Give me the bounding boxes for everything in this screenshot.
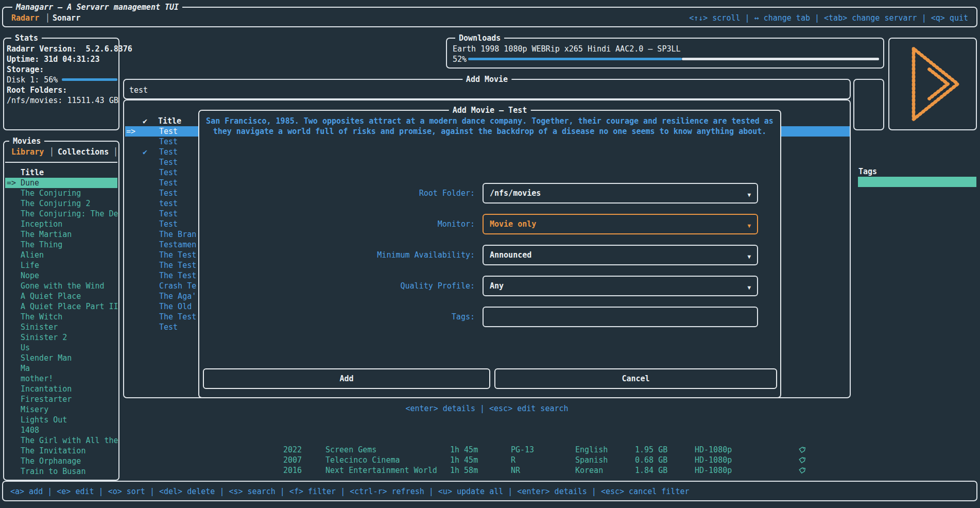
library-item-label: Life xyxy=(21,260,39,270)
result-title: Test xyxy=(159,137,178,147)
selected-arrow: => xyxy=(7,178,16,188)
cancel-button[interactable]: Cancel xyxy=(494,368,777,389)
tab-collections[interactable]: Collections xyxy=(58,147,109,157)
library-item-label: The Invitation xyxy=(21,446,85,456)
library-item[interactable]: Alien xyxy=(5,250,117,260)
library-item[interactable]: The Martian xyxy=(5,229,117,240)
library-item[interactable]: Gone with the Wind xyxy=(5,281,117,291)
library-item-label: Misery xyxy=(21,404,48,415)
stats-rootfolder: /nfs/movies: 11511.43 GB xyxy=(7,95,118,106)
library-item-label: Nope xyxy=(21,270,39,281)
library-item[interactable]: Train to Busan xyxy=(5,466,117,477)
library-item-label: Gone with the Wind xyxy=(21,281,105,291)
tab-radarr[interactable]: Radarr xyxy=(11,13,39,23)
library-item-label: Dune xyxy=(21,178,39,188)
stats-uptime: Uptime: 31d 04:31:23 xyxy=(7,54,100,64)
chevron-down-icon: ▼ xyxy=(747,283,751,293)
result-title: Test xyxy=(159,126,178,137)
header-keybinds: <↑↓> scroll | ↔ change tab | <tab> chang… xyxy=(689,13,968,23)
table-cell-quality: HD-1080p xyxy=(695,465,732,476)
library-item-label: Us xyxy=(21,343,30,353)
library-item[interactable]: The Thing xyxy=(5,240,117,250)
download-progress-track xyxy=(682,58,879,60)
library-item[interactable]: Nope xyxy=(5,270,117,281)
result-title: The Test xyxy=(159,260,196,270)
search-input[interactable]: test xyxy=(129,85,148,95)
library-item[interactable]: Sinister 2 xyxy=(5,332,117,343)
library-item[interactable]: Slender Man xyxy=(5,353,117,363)
table-cell-language: Korean xyxy=(575,465,603,476)
field-label: Quality Profile: xyxy=(199,281,475,291)
disk-usage-bar xyxy=(62,78,117,81)
cancel-button-label: Cancel xyxy=(622,374,649,384)
results-help: <enter> details | <esc> edit search xyxy=(123,403,851,414)
library-item-label: The Thing xyxy=(21,240,62,250)
stats-title: Stats xyxy=(11,33,42,43)
library-item[interactable]: The Witch xyxy=(5,312,117,322)
popup-description-line2: they navigate a world full of risks and … xyxy=(199,126,780,137)
add-button[interactable]: Add xyxy=(203,368,490,389)
library-item-label: 1408 xyxy=(21,425,39,435)
library-item[interactable]: A Quiet Place xyxy=(5,291,117,301)
library-item-label: mother! xyxy=(21,374,53,384)
library-item-label: Lights Out xyxy=(21,415,67,425)
tag-icon xyxy=(798,467,806,475)
table-cell-quality: HD-1080p xyxy=(695,455,732,465)
tags-panel-title: Tags xyxy=(858,166,877,177)
library-item[interactable]: The Conjuring: The De xyxy=(5,209,117,219)
library-item[interactable]: Ma xyxy=(5,363,117,374)
result-title: Testamen xyxy=(159,240,196,250)
library-item-label: The Conjuring: The De xyxy=(21,209,118,219)
table-cell-rating: PG-13 xyxy=(511,445,534,455)
table-cell-runtime: 1h 58m xyxy=(450,465,478,476)
tags-selected-row[interactable] xyxy=(858,177,976,187)
result-title: Test xyxy=(159,209,178,219)
tab-sonarr[interactable]: Sonarr xyxy=(53,13,80,23)
library-item[interactable]: The Conjuring xyxy=(5,188,117,198)
field-label: Minimum Availability: xyxy=(199,250,475,260)
result-title: The Aga' xyxy=(159,291,196,301)
library-item[interactable]: The Invitation xyxy=(5,446,117,456)
table-cell-size: 1.95 GB xyxy=(635,445,667,455)
library-item-label: The Orphanage xyxy=(21,456,81,466)
popup-description-line1: San Francisco, 1985. Two opposites attra… xyxy=(199,116,780,126)
library-item[interactable]: Us xyxy=(5,343,117,353)
selected-arrow: => xyxy=(126,126,135,137)
library-item[interactable]: Sinister xyxy=(5,322,117,332)
library-item-label: Slender Man xyxy=(21,353,72,363)
field-dropdown[interactable]: Announced▼ xyxy=(483,245,758,265)
field-dropdown[interactable]: Movie only▼ xyxy=(483,214,758,234)
stats-rootfolders-label: Root Folders: xyxy=(7,85,67,95)
chevron-down-icon: ▼ xyxy=(747,190,751,200)
field-input[interactable] xyxy=(483,307,758,327)
tab-library[interactable]: Library xyxy=(11,147,44,157)
table-cell-year: 2007 xyxy=(283,455,302,465)
library-item[interactable]: Life xyxy=(5,260,117,270)
footer-keybar: <a> add | <e> edit | <o> sort | <del> de… xyxy=(2,481,977,501)
library-item-label: Alien xyxy=(21,250,44,260)
result-title: Test xyxy=(159,147,178,157)
result-title: Test xyxy=(159,178,178,188)
field-dropdown[interactable]: Any▼ xyxy=(483,276,758,296)
search-panel-title: Add Movie xyxy=(462,74,511,84)
field-dropdown[interactable]: /nfs/movies▼ xyxy=(483,183,758,204)
library-item[interactable]: A Quiet Place Part II xyxy=(5,301,117,312)
library-item[interactable]: Inception xyxy=(5,219,117,229)
library-item[interactable]: mother! xyxy=(5,374,117,384)
library-tab-separator2: │ xyxy=(113,147,118,157)
library-item[interactable]: 1408 xyxy=(5,425,117,435)
result-title: The Test xyxy=(159,270,196,281)
library-item[interactable]: The Girl with All the xyxy=(5,435,117,446)
result-title: The Bran xyxy=(159,229,196,240)
library-item[interactable]: The Conjuring 2 xyxy=(5,198,117,209)
library-item[interactable]: The Orphanage xyxy=(5,456,117,466)
library-item[interactable]: Incantation xyxy=(5,384,117,394)
add-movie-search-panel: Add Movie test xyxy=(123,79,851,99)
downloads-title: Downloads xyxy=(455,33,504,43)
table-cell-year: 2022 xyxy=(283,445,302,455)
library-item[interactable]: =>Dune xyxy=(5,178,117,188)
library-item[interactable]: Firestarter xyxy=(5,394,117,404)
library-item[interactable]: Lights Out xyxy=(5,415,117,425)
table-cell-rating: NR xyxy=(511,465,520,476)
library-item[interactable]: Misery xyxy=(5,404,117,415)
